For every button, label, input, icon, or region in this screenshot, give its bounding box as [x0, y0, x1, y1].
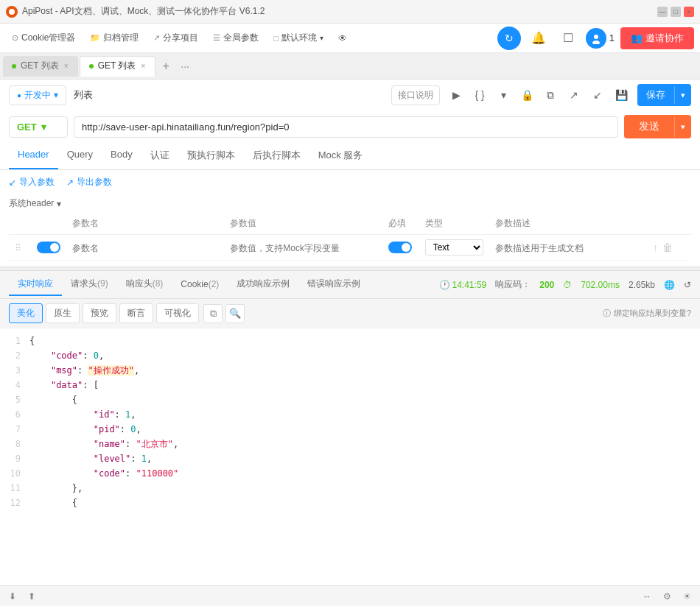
tab-nav-mock[interactable]: Mock 服务 [309, 143, 372, 169]
env-selector[interactable]: ● 开发中 ▾ [9, 85, 66, 105]
param-value-input[interactable] [230, 243, 376, 253]
status-upload-icon[interactable]: ⬆ [28, 591, 35, 602]
request-area: ● 开发中 ▾ 接口说明 ▶ { } ▾ 🔒 ⧉ ↗ ↙ 💾 保存 ▾ [0, 80, 700, 267]
row-upload-button[interactable]: ↑ [653, 242, 658, 253]
import-params-button[interactable]: ↙ 导入参数 [9, 176, 55, 189]
response-time: 🕐 14:41:59 [439, 280, 487, 290]
system-header-chevron-icon: ▾ [57, 199, 61, 209]
view-beautify-button[interactable]: 美化 [9, 303, 43, 323]
invite-button[interactable]: 👥 邀请协作 [620, 27, 694, 49]
save-dropdown-button[interactable]: ▾ [674, 86, 691, 105]
tabs-more-button[interactable]: ··· [176, 57, 194, 75]
timer-icon: ⏱ [563, 280, 572, 290]
save-icon-button[interactable]: 💾 [611, 85, 631, 105]
tab-2[interactable]: GET 列表 × [80, 56, 156, 77]
env-button[interactable]: □ 默认环境 ▾ [267, 29, 329, 47]
svg-point-0 [9, 9, 15, 15]
search-response-button[interactable]: 🔍 [225, 304, 245, 323]
export-params-button[interactable]: ↗ 导出参数 [66, 176, 112, 189]
chevron-down-icon[interactable]: ▾ [493, 85, 514, 105]
cookie-count: (2) [209, 279, 220, 289]
env-dropdown-icon: ▾ [54, 90, 58, 100]
res-tab-realtime[interactable]: 实时响应 [9, 273, 62, 296]
res-tab-success-example[interactable]: 成功响应示例 [228, 273, 298, 296]
cookie-manager-label: Cookie管理器 [21, 32, 75, 44]
maximize-button[interactable]: □ [671, 7, 681, 17]
tab-nav-header[interactable]: Header [9, 143, 58, 169]
send-button[interactable]: 发送 [624, 115, 674, 138]
json-line-10: 10 "code": "110000" [0, 467, 700, 482]
copy-button[interactable]: ⧉ [540, 85, 561, 105]
system-header-toggle[interactable]: 系统header ▾ [9, 194, 691, 213]
response-toolbar: 美化 原生 预览 断言 可视化 ⧉ 🔍 ⓘ 绑定响应结果到变量? [0, 299, 700, 328]
bind-variable-info-icon: ⓘ [603, 308, 611, 319]
eye-button[interactable]: 👁 [332, 30, 353, 46]
archive-manager-button[interactable]: 📁 归档管理 [84, 29, 144, 47]
json-line-12: 12 { [0, 496, 700, 511]
res-tab-res-headers-label: 响应头 [126, 278, 153, 289]
res-tab-req-headers[interactable]: 请求头(9) [62, 273, 117, 296]
doc-button[interactable]: 接口说明 [391, 85, 440, 105]
export-button[interactable]: ↗ [564, 85, 584, 105]
row-delete-button[interactable]: 🗑 [662, 242, 673, 253]
close-button[interactable]: × [684, 7, 694, 17]
minimize-button[interactable]: — [657, 7, 668, 17]
type-select[interactable]: Text Integer Float Boolean File [425, 239, 483, 256]
tab-nav-post-script[interactable]: 后执行脚本 [244, 143, 309, 169]
globe-icon[interactable]: 🌐 [664, 280, 675, 290]
request-tab-nav: Header Query Body 认证 预执行脚本 后执行脚本 Mock 服务 [0, 143, 700, 170]
res-tab-res-headers[interactable]: 响应头(8) [117, 273, 172, 296]
bind-variable-link[interactable]: ⓘ 绑定响应结果到变量? [603, 308, 691, 319]
bookmark-button[interactable]: ☐ [556, 27, 580, 50]
tab-nav-body[interactable]: Body [102, 143, 141, 169]
view-assert-button[interactable]: 断言 [119, 303, 153, 323]
res-tab-error-example[interactable]: 错误响应示例 [298, 273, 369, 296]
url-input[interactable] [74, 116, 618, 138]
tab-1[interactable]: GET 列表 × [3, 56, 78, 77]
params-actions: ↙ 导入参数 ↗ 导出参数 [9, 176, 691, 189]
status-theme-icon[interactable]: ☀ [683, 591, 691, 602]
status-download-icon[interactable]: ⬇ [9, 591, 16, 602]
code-view-button[interactable]: { } [469, 85, 490, 105]
cookie-manager-button[interactable]: ⊙ Cookie管理器 [6, 29, 81, 47]
tab-nav-pre-script[interactable]: 预执行脚本 [178, 143, 244, 169]
tab1-close-button[interactable]: × [63, 61, 69, 71]
view-preview-button[interactable]: 预览 [83, 303, 116, 323]
export-arrow-icon: ↗ [66, 177, 74, 188]
param-toggle[interactable] [37, 242, 60, 253]
window-controls[interactable]: — □ × [657, 7, 694, 17]
param-desc-input[interactable] [495, 243, 641, 253]
play-icon[interactable]: ▶ [446, 85, 466, 105]
tab-nav-query[interactable]: Query [58, 143, 102, 169]
new-tab-button[interactable]: + [157, 57, 175, 75]
save-button[interactable]: 保存 [637, 84, 674, 106]
global-params-button[interactable]: ☰ 全局参数 [207, 29, 265, 47]
view-visual-button[interactable]: 可视化 [156, 303, 199, 323]
status-settings-icon[interactable]: ⚙ [663, 591, 671, 602]
drag-handle-icon[interactable]: ⠿ [15, 243, 21, 253]
lock-icon[interactable]: 🔒 [517, 85, 537, 105]
send-dropdown-button[interactable]: ▾ [674, 117, 691, 137]
import-button[interactable]: ↙ [587, 85, 608, 105]
status-exchange-icon[interactable]: ↔ [643, 591, 651, 602]
view-raw-button[interactable]: 原生 [46, 303, 80, 323]
method-selector[interactable]: GET ▾ [9, 116, 68, 138]
required-toggle[interactable] [388, 242, 412, 253]
doc-label: 接口说明 [398, 90, 433, 100]
api-name-input[interactable] [72, 88, 385, 102]
json-line-3: 3 "msg": "操作成功", [0, 364, 700, 378]
invite-icon: 👥 [631, 32, 643, 43]
sync-button[interactable]: ↻ [497, 27, 521, 50]
res-tab-cookie[interactable]: Cookie(2) [172, 275, 228, 295]
json-line-11: 11 }, [0, 482, 700, 496]
share-project-button[interactable]: ↗ 分享项目 [147, 29, 204, 47]
notification-button[interactable]: 🔔 [527, 27, 550, 50]
tab2-close-button[interactable]: × [140, 61, 146, 71]
copy-response-button[interactable]: ⧉ [203, 304, 223, 323]
param-name-input[interactable] [72, 243, 218, 253]
send-button-group: 发送 ▾ [624, 115, 691, 138]
status-right: ↔ ⚙ ☀ [643, 591, 691, 602]
response-extra-icon[interactable]: ↺ [684, 280, 691, 290]
user-avatar-area[interactable]: 1 [586, 28, 615, 49]
tab-nav-auth[interactable]: 认证 [141, 143, 178, 169]
